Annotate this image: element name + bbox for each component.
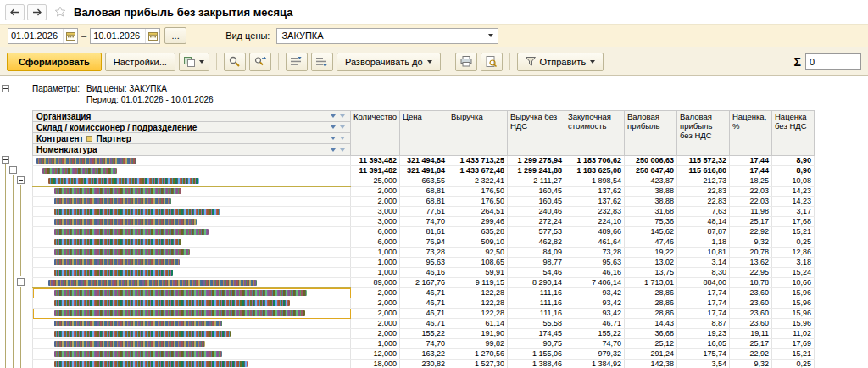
value-cell[interactable]: 142,38: [625, 360, 677, 368]
value-cell[interactable]: 46,71: [400, 309, 448, 319]
table-row[interactable]: 2,00046,71122,28111,1693,4228,8617,7423,…: [33, 309, 815, 319]
value-cell[interactable]: 230,82: [400, 360, 448, 368]
value-cell[interactable]: 48,14: [677, 217, 730, 227]
name-cell[interactable]: [33, 288, 351, 298]
value-cell[interactable]: 1 433 672,48: [448, 166, 508, 176]
value-cell[interactable]: 2,000: [351, 187, 400, 197]
table-row[interactable]: 1,00074,7099,8290,7574,7025,1216,0525,17…: [33, 339, 815, 349]
value-cell[interactable]: 25,17: [730, 339, 772, 349]
value-cell[interactable]: 22,83: [677, 197, 730, 207]
value-cell[interactable]: 23,60: [730, 288, 772, 298]
autosum-field[interactable]: [805, 53, 861, 70]
value-cell[interactable]: 155,22: [400, 329, 448, 339]
value-cell[interactable]: 577,53: [508, 227, 565, 237]
find-next-button[interactable]: [249, 53, 271, 71]
column-header[interactable]: Выручка: [448, 111, 508, 156]
value-cell[interactable]: 17,69: [772, 339, 815, 349]
value-cell[interactable]: 23,60: [730, 309, 772, 319]
value-cell[interactable]: 2,000: [351, 329, 400, 339]
value-cell[interactable]: 87,87: [677, 227, 730, 237]
value-cell[interactable]: 28,86: [625, 288, 677, 298]
value-cell[interactable]: 7 406,14: [565, 278, 625, 288]
name-cell[interactable]: [33, 349, 351, 360]
calendar-icon[interactable]: [63, 29, 77, 43]
value-cell[interactable]: 137,62: [565, 197, 625, 207]
table-row[interactable]: 6,00076,94509,10462,82461,6447,461,189,3…: [33, 237, 815, 248]
value-cell[interactable]: 2,000: [351, 309, 400, 319]
value-cell[interactable]: 250 047,40: [625, 166, 677, 176]
value-cell[interactable]: 250 006,63: [625, 156, 677, 166]
date-from-input[interactable]: [8, 30, 63, 42]
sort-desc-icon[interactable]: [338, 112, 348, 120]
value-cell[interactable]: 635,28: [448, 227, 508, 237]
value-cell[interactable]: 175,74: [677, 349, 730, 360]
value-cell[interactable]: 1 155,06: [508, 349, 565, 360]
sort-desc-icon[interactable]: [338, 134, 348, 142]
value-cell[interactable]: 25,17: [730, 217, 772, 227]
column-header[interactable]: Наценка, %: [730, 111, 772, 156]
value-cell[interactable]: 9,32: [730, 360, 772, 368]
value-cell[interactable]: 174,45: [508, 329, 565, 339]
name-cell[interactable]: [33, 278, 351, 288]
value-cell[interactable]: 74,70: [400, 217, 448, 227]
value-cell[interactable]: 108,65: [448, 258, 508, 268]
value-cell[interactable]: 25,12: [625, 339, 677, 349]
value-cell[interactable]: 1 713,01: [625, 278, 677, 288]
sort-desc-icon[interactable]: [338, 146, 348, 154]
value-cell[interactable]: 73,28: [400, 248, 448, 258]
value-cell[interactable]: 462,82: [508, 237, 565, 248]
table-row[interactable]: 6,00081,61635,28577,53489,66145,6287,872…: [33, 227, 815, 237]
value-cell[interactable]: 122,28: [448, 309, 508, 319]
generate-button[interactable]: Сформировать: [7, 53, 102, 71]
value-cell[interactable]: 6,000: [351, 227, 400, 237]
column-header[interactable]: Закупочная стоимость: [565, 111, 625, 156]
sort-asc-icon[interactable]: [329, 123, 338, 131]
value-cell[interactable]: 8 290,14: [508, 278, 565, 288]
table-row[interactable]: 1,00073,2892,5084,0973,2819,2210,8120,78…: [33, 248, 815, 258]
value-cell[interactable]: 321 491,84: [400, 166, 448, 176]
name-cell[interactable]: [33, 166, 351, 176]
value-cell[interactable]: 22,92: [730, 349, 772, 360]
date-to-input[interactable]: [91, 30, 145, 42]
value-cell[interactable]: 13,75: [625, 268, 677, 278]
value-cell[interactable]: 8,90: [772, 166, 815, 176]
value-cell[interactable]: 1,000: [351, 339, 400, 349]
value-cell[interactable]: 54,46: [508, 268, 565, 278]
value-cell[interactable]: 23,60: [730, 298, 772, 309]
value-cell[interactable]: 11 393,482: [351, 156, 400, 166]
expand-to-button[interactable]: Разворачивать до: [337, 53, 441, 71]
value-cell[interactable]: 17,74: [677, 309, 730, 319]
value-cell[interactable]: 18,000: [351, 360, 400, 368]
value-cell[interactable]: 55,58: [508, 319, 565, 329]
value-cell[interactable]: 98,77: [508, 258, 565, 268]
value-cell[interactable]: 15,96: [772, 319, 815, 329]
value-cell[interactable]: 15,96: [772, 298, 815, 309]
value-cell[interactable]: 8,87: [677, 319, 730, 329]
value-cell[interactable]: 3,000: [351, 217, 400, 227]
value-cell[interactable]: 1 384,92: [565, 360, 625, 368]
find-button[interactable]: [224, 53, 246, 71]
name-cell[interactable]: [33, 227, 351, 237]
calendar-icon[interactable]: [145, 29, 159, 43]
column-header[interactable]: Наценка без НДС: [772, 111, 815, 156]
name-cell[interactable]: [33, 237, 351, 248]
value-cell[interactable]: 74,70: [400, 339, 448, 349]
group-expander[interactable]: [17, 278, 25, 286]
value-cell[interactable]: 115 616,80: [677, 166, 730, 176]
value-cell[interactable]: 1 299 241,88: [508, 166, 565, 176]
value-cell[interactable]: 8,30: [677, 268, 730, 278]
value-cell[interactable]: 1 388,46: [508, 360, 565, 368]
period-more-button[interactable]: ...: [164, 27, 186, 44]
value-cell[interactable]: 10,08: [772, 176, 815, 187]
value-cell[interactable]: 264,51: [448, 207, 508, 217]
value-cell[interactable]: 14,43: [625, 319, 677, 329]
value-cell[interactable]: 232,83: [565, 207, 625, 217]
value-cell[interactable]: 47,46: [625, 237, 677, 248]
value-cell[interactable]: 111,16: [508, 298, 565, 309]
name-cell[interactable]: [33, 298, 351, 309]
value-cell[interactable]: 13,62: [730, 258, 772, 268]
group-expander[interactable]: [2, 156, 9, 164]
group-expander[interactable]: [9, 166, 17, 174]
value-cell[interactable]: 137,62: [565, 187, 625, 197]
value-cell[interactable]: 22,03: [730, 197, 772, 207]
